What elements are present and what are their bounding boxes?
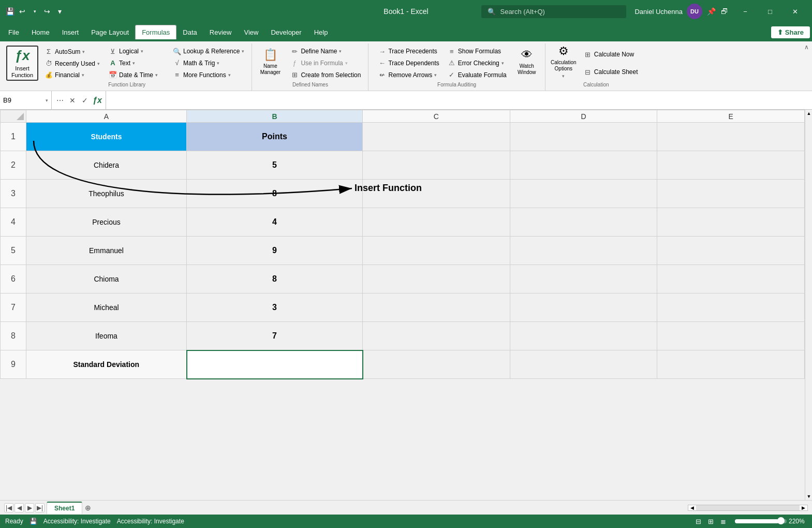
restore-icon[interactable]: 🗗 — [720, 7, 729, 16]
undo-dropdown-icon[interactable]: ▾ — [30, 7, 39, 16]
search-input[interactable] — [500, 8, 620, 16]
cell-c3[interactable] — [363, 180, 510, 208]
lookup-reference-button[interactable]: 🔍 Lookup & Reference ▾ — [170, 46, 247, 57]
cell-c2[interactable] — [363, 151, 510, 180]
undo-icon[interactable]: ↩ — [18, 7, 27, 16]
cell-a9[interactable]: Standard Deviation — [26, 350, 187, 379]
cell-b7[interactable]: 3 — [187, 294, 363, 322]
confirm-formula-button[interactable]: ✓ — [80, 96, 90, 105]
text-button[interactable]: A Text ▾ — [106, 57, 168, 68]
cell-d9[interactable] — [510, 350, 657, 379]
page-layout-view-button[interactable]: ⊞ — [705, 516, 716, 527]
normal-view-button[interactable]: ⊟ — [692, 516, 704, 527]
vertical-scrollbar[interactable]: ▲ ▼ — [805, 110, 812, 500]
watch-window-button[interactable]: 👁 WatchWindow — [513, 46, 541, 78]
scroll-down-button[interactable]: ▼ — [805, 493, 812, 500]
col-header-d[interactable]: D — [510, 110, 657, 123]
cell-e3[interactable] — [657, 180, 805, 208]
remove-arrows-button[interactable]: ↚ Remove Arrows ▾ — [375, 69, 442, 80]
cell-d4[interactable] — [510, 208, 657, 237]
trace-dependents-button[interactable]: ← Trace Dependents — [375, 57, 442, 68]
cell-d3[interactable] — [510, 180, 657, 208]
cell-a1[interactable]: Students — [26, 123, 187, 151]
zoom-slider[interactable] — [735, 519, 787, 523]
recently-used-button[interactable]: ⏱ Recently Used ▾ — [41, 58, 104, 69]
insert-function-formula-button[interactable]: ƒx — [92, 96, 102, 105]
col-header-a[interactable]: A — [26, 110, 187, 123]
redo-icon[interactable]: ↪ — [42, 7, 52, 16]
formula-dots[interactable]: ⋯ — [55, 96, 65, 105]
name-box-dropdown[interactable]: ▾ — [46, 98, 48, 103]
math-trig-button[interactable]: √ Math & Trig ▾ — [170, 57, 247, 68]
menu-view[interactable]: View — [238, 25, 264, 39]
more-functions-button[interactable]: ≡ More Functions ▾ — [170, 69, 247, 80]
add-sheet-button[interactable]: ⊕ — [82, 502, 94, 514]
cell-e7[interactable] — [657, 294, 805, 322]
cell-b1[interactable]: Points — [187, 123, 363, 151]
col-header-c[interactable]: C — [363, 110, 510, 123]
cell-e6[interactable] — [657, 265, 805, 294]
cell-c9[interactable] — [363, 350, 510, 379]
cell-a8[interactable]: Ifeoma — [26, 322, 187, 350]
col-header-e[interactable]: E — [657, 110, 805, 123]
menu-insert[interactable]: Insert — [56, 25, 85, 39]
name-manager-button[interactable]: 📋 NameManager — [256, 46, 284, 78]
menu-developer[interactable]: Developer — [264, 25, 307, 39]
menu-page-layout[interactable]: Page Layout — [85, 25, 135, 39]
error-checking-button[interactable]: ⚠ Error Checking ▾ — [445, 57, 510, 68]
menu-file[interactable]: File — [2, 25, 25, 39]
zoom-slider-thumb[interactable] — [777, 517, 785, 524]
hscroll-left-button[interactable]: ◀ — [689, 505, 695, 510]
cell-c5[interactable] — [363, 237, 510, 265]
cell-a4[interactable]: Precious — [26, 208, 187, 237]
cell-c1[interactable] — [363, 123, 510, 151]
cell-e1[interactable] — [657, 123, 805, 151]
search-bar[interactable]: 🔍 — [481, 5, 626, 18]
cell-a6[interactable]: Chioma — [26, 265, 187, 294]
cell-d5[interactable] — [510, 237, 657, 265]
cell-b2[interactable]: 5 — [187, 151, 363, 180]
page-break-view-button[interactable]: ≣ — [717, 516, 729, 527]
evaluate-formula-button[interactable]: ✓ Evaluate Formula — [445, 69, 510, 80]
cell-b6[interactable]: 8 — [187, 265, 363, 294]
menu-help[interactable]: Help — [308, 25, 334, 39]
cell-c6[interactable] — [363, 265, 510, 294]
sheet-tab-sheet1[interactable]: Sheet1 — [47, 502, 82, 514]
close-button[interactable]: ✕ — [783, 4, 807, 19]
maximize-button[interactable]: □ — [758, 4, 782, 19]
cell-e9[interactable] — [657, 350, 805, 379]
scroll-up-button[interactable]: ▲ — [805, 110, 812, 117]
sheet-nav-prev[interactable]: ◀ — [14, 503, 24, 512]
cancel-formula-button[interactable]: ✕ — [67, 96, 78, 105]
sheet-nav-first[interactable]: |◀ — [4, 503, 13, 512]
minimize-button[interactable]: − — [733, 4, 757, 19]
cell-d1[interactable] — [510, 123, 657, 151]
formula-input[interactable] — [106, 96, 812, 104]
cell-e2[interactable] — [657, 151, 805, 180]
calculate-sheet-button[interactable]: ⊟ Calculate Sheet — [581, 67, 643, 78]
financial-button[interactable]: 💰 Financial ▾ — [41, 70, 104, 80]
ribbon-display-icon[interactable]: 📌 — [706, 7, 716, 16]
calculate-now-button[interactable]: ⊞ Calculate Now — [581, 49, 643, 60]
cell-a5[interactable]: Emmanuel — [26, 237, 187, 265]
calculation-options-button[interactable]: ⚙ CalculationOptions ▾ — [550, 46, 578, 78]
ribbon-collapse-button[interactable]: ∧ — [804, 43, 809, 51]
cell-d2[interactable] — [510, 151, 657, 180]
define-name-button[interactable]: ✏ Define Name ▾ — [287, 46, 364, 57]
cell-d6[interactable] — [510, 265, 657, 294]
menu-formulas[interactable]: Formulas — [135, 25, 176, 39]
cell-b5[interactable]: 9 — [187, 237, 363, 265]
insert-function-button[interactable]: ƒx InsertFunction — [6, 46, 38, 81]
cell-b4[interactable]: 4 — [187, 208, 363, 237]
cell-d7[interactable] — [510, 294, 657, 322]
cell-b8[interactable]: 7 — [187, 322, 363, 350]
create-from-selection-button[interactable]: ⊞ Create from Selection — [287, 69, 364, 80]
cell-e4[interactable] — [657, 208, 805, 237]
autosum-button[interactable]: Σ AutoSum ▾ — [41, 46, 104, 57]
trace-precedents-button[interactable]: → Trace Precedents — [375, 46, 442, 57]
customize-icon[interactable]: ▾ — [55, 7, 64, 16]
cell-c4[interactable] — [363, 208, 510, 237]
cell-a2[interactable]: Chidera — [26, 151, 187, 180]
hscroll-right-button[interactable]: ▶ — [801, 505, 806, 510]
cell-c8[interactable] — [363, 322, 510, 350]
